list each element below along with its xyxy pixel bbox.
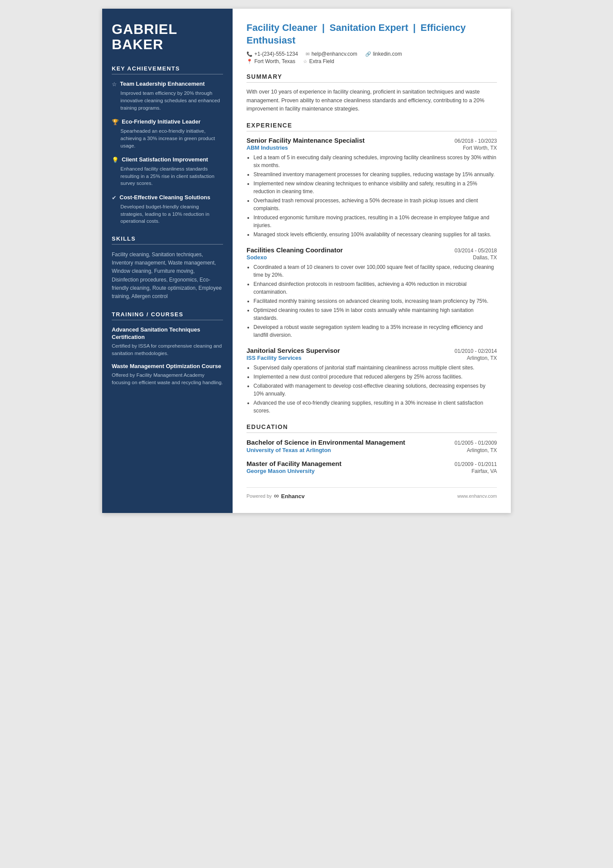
skills-text: Facility cleaning, Sanitation techniques…	[112, 251, 223, 301]
exp-location-2: Arlington, TX	[467, 355, 497, 361]
email-contact: ✉ help@enhancv.com	[306, 51, 357, 57]
exp-bullet-1-1: Enhanced disinfection protocols in restr…	[253, 280, 497, 296]
title-separator: |	[320, 22, 327, 33]
achievement-title-2: Client Satisfaction Improvement	[122, 156, 208, 164]
summary-text: With over 10 years of experience in faci…	[247, 88, 497, 113]
main-content: Facility Cleaner | Sanitation Expert | E…	[233, 9, 511, 513]
footer: Powered by ∞ Enhancv www.enhancv.com	[247, 487, 497, 500]
training-title-0: Advanced Sanitation Techniques Certifica…	[112, 326, 223, 341]
footer-website: www.enhancv.com	[457, 493, 497, 499]
skills-section-title: SKILLS	[112, 235, 223, 245]
location-contact: 📍 Fort Worth, Texas	[247, 58, 295, 64]
achievement-icon-2: 💡	[112, 157, 119, 163]
edu-degree-1: Master of Facility Management	[247, 459, 341, 468]
edu-school-0: University of Texas at Arlington	[247, 447, 331, 453]
exp-bullets-2: Supervised daily operations of janitoria…	[247, 364, 497, 415]
achievement-icon-1: 🏆	[112, 119, 119, 125]
achievements-section-title: KEY ACHIEVEMENTS	[112, 65, 223, 74]
edu-degree-0: Bachelor of Science in Environmental Man…	[247, 438, 405, 447]
training-section-title: TRAINING / COURSES	[112, 311, 223, 320]
education-list: Bachelor of Science in Environmental Man…	[247, 438, 497, 474]
title-separator: |	[410, 22, 418, 33]
experience-list: Senior Facility Maintenance Specialist 0…	[247, 137, 497, 415]
edu-dates-0: 01/2005 - 01/2009	[455, 440, 497, 446]
training-item-1: Waste Management Optimization Course Off…	[112, 363, 223, 386]
training-list: Advanced Sanitation Techniques Certifica…	[112, 326, 223, 386]
achievement-icon-3: ✔	[112, 194, 117, 201]
main-header: Facility Cleaner | Sanitation Expert | E…	[247, 22, 497, 64]
exp-bullet-0-3: Overhauled trash removal processes, achi…	[253, 197, 497, 212]
achievement-icon-0: ☆	[112, 81, 117, 87]
edu-item-1: Master of Facility Management 01/2009 - …	[247, 459, 497, 475]
title-part-0: Facility Cleaner	[247, 22, 317, 33]
summary-section-title: SUMMARY	[247, 73, 497, 83]
achievements-list: ☆ Team Leadership Enhancement Improved t…	[112, 80, 223, 225]
training-desc-0: Certified by ISSA for comprehensive clea…	[112, 342, 223, 357]
achievement-item-1: 🏆 Eco-Friendly Initiative Leader Spearhe…	[112, 118, 223, 149]
exp-item-1: Facilities Cleaning Coordinator 03/2014 …	[247, 246, 497, 339]
edu-school-1: George Mason University	[247, 468, 315, 474]
edu-dates-1: 01/2009 - 01/2011	[455, 461, 497, 467]
achievement-item-3: ✔ Cost-Effective Cleaning Solutions Deve…	[112, 194, 223, 225]
contact-row-2: 📍 Fort Worth, Texas ☆ Extra Field	[247, 58, 497, 64]
phone-contact: 📞 +1-(234)-555-1234	[247, 51, 298, 57]
achievement-title-1: Eco-Friendly Initiative Leader	[122, 118, 200, 126]
phone-icon: 📞	[247, 51, 253, 57]
training-desc-1: Offered by Facility Management Academy f…	[112, 372, 223, 386]
exp-bullet-0-2: Implemented new window cleaning techniqu…	[253, 180, 497, 195]
achievement-desc-0: Improved team efficiency by 20% through …	[112, 90, 223, 111]
title-part-1: Sanitation Expert	[330, 22, 408, 33]
exp-bullet-0-0: Led a team of 5 in executing daily clean…	[253, 154, 497, 169]
contact-row-1: 📞 +1-(234)-555-1234 ✉ help@enhancv.com 🔗…	[247, 51, 497, 57]
achievement-desc-3: Developed budget-friendly cleaning strat…	[112, 203, 223, 225]
education-section-title: EDUCATION	[247, 423, 497, 433]
exp-location-1: Dallas, TX	[473, 255, 497, 261]
achievement-desc-2: Enhanced facility cleanliness standards …	[112, 165, 223, 187]
exp-bullets-0: Led a team of 5 in executing daily clean…	[247, 154, 497, 238]
exp-bullet-2-2: Collaborated with management to develop …	[253, 382, 497, 398]
exp-bullet-1-0: Coordinated a team of 10 cleaners to cov…	[253, 263, 497, 279]
location-icon: 📍	[247, 59, 253, 64]
edu-item-0: Bachelor of Science in Environmental Man…	[247, 438, 497, 453]
achievement-title-3: Cost-Effective Cleaning Solutions	[120, 194, 210, 201]
exp-item-2: Janitorial Services Supervisor 01/2010 -…	[247, 347, 497, 415]
exp-bullet-1-3: Optimized cleaning routes to save 15% in…	[253, 306, 497, 322]
candidate-name: GABRIEL BAKER	[112, 22, 223, 52]
achievement-title-0: Team Leadership Enhancement	[120, 80, 205, 88]
training-title-1: Waste Management Optimization Course	[112, 363, 223, 370]
exp-company-0: ABM Industries	[247, 144, 288, 151]
exp-dates-2: 01/2010 - 02/2014	[455, 348, 497, 354]
exp-item-0: Senior Facility Maintenance Specialist 0…	[247, 137, 497, 238]
achievement-item-0: ☆ Team Leadership Enhancement Improved t…	[112, 80, 223, 111]
exp-bullet-0-4: Introduced ergonomic furniture moving pr…	[253, 214, 497, 229]
star-icon: ☆	[303, 59, 307, 64]
edu-location-0: Arlington, TX	[467, 447, 497, 453]
footer-left: Powered by ∞ Enhancv	[247, 492, 305, 500]
exp-title-1: Facilities Cleaning Coordinator	[247, 246, 343, 254]
exp-bullet-0-5: Managed stock levels efficiently, ensuri…	[253, 231, 497, 238]
main-title: Facility Cleaner | Sanitation Expert | E…	[247, 22, 497, 47]
linkedin-contact: 🔗 linkedin.com	[365, 51, 402, 57]
exp-bullet-2-3: Advanced the use of eco-friendly cleanin…	[253, 399, 497, 415]
experience-section-title: EXPERIENCE	[247, 122, 497, 131]
exp-dates-1: 03/2014 - 05/2018	[455, 248, 497, 254]
exp-bullet-2-0: Supervised daily operations of janitoria…	[253, 364, 497, 372]
enhancv-logo-icon: ∞	[274, 492, 279, 500]
exp-title-0: Senior Facility Maintenance Specialist	[247, 137, 365, 144]
exp-bullets-1: Coordinated a team of 10 cleaners to cov…	[247, 263, 497, 339]
exp-dates-0: 06/2018 - 10/2023	[455, 138, 497, 144]
edu-location-1: Fairfax, VA	[472, 468, 497, 474]
exp-bullet-2-1: Implemented a new dust control procedure…	[253, 373, 497, 381]
exp-company-1: Sodexo	[247, 254, 267, 261]
email-icon: ✉	[306, 51, 310, 57]
achievement-desc-1: Spearheaded an eco-friendly initiative, …	[112, 127, 223, 149]
exp-bullet-1-4: Developed a robust waste segregation sys…	[253, 323, 497, 339]
sidebar: GABRIEL BAKER KEY ACHIEVEMENTS ☆ Team Le…	[102, 9, 233, 513]
exp-bullet-0-1: Streamlined inventory management process…	[253, 171, 497, 178]
linkedin-icon: 🔗	[365, 51, 371, 57]
training-item-0: Advanced Sanitation Techniques Certifica…	[112, 326, 223, 357]
exp-company-2: ISS Facility Services	[247, 355, 301, 361]
exp-title-2: Janitorial Services Supervisor	[247, 347, 340, 354]
achievement-item-2: 💡 Client Satisfaction Improvement Enhanc…	[112, 156, 223, 187]
exp-location-0: Fort Worth, TX	[463, 145, 497, 151]
